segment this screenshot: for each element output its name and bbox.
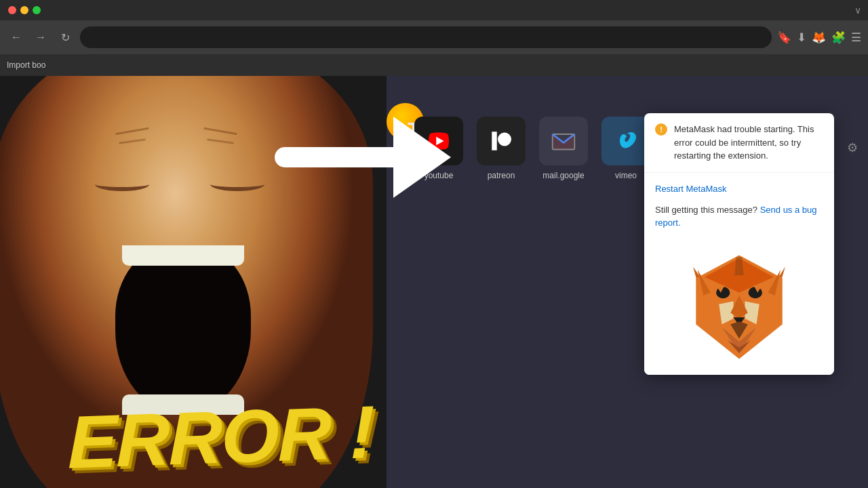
traffic-lights <box>8 6 41 14</box>
popup-message-text: MetaMask had trouble starting. This erro… <box>674 123 823 163</box>
content-area: F youtube <box>0 76 868 488</box>
window-control-icon: ∨ <box>854 5 861 16</box>
gmail-label: mail.google <box>542 171 584 180</box>
still-getting-text: Still getting this message? <box>655 205 757 215</box>
svg-rect-3 <box>492 131 497 150</box>
maximize-button[interactable] <box>33 6 41 14</box>
svg-rect-6 <box>609 124 643 158</box>
fox-svg <box>682 249 797 365</box>
download-icon[interactable]: ⬇ <box>797 30 806 45</box>
forward-button[interactable]: → <box>31 28 50 47</box>
import-bookmarks-text: Import boo <box>7 60 45 70</box>
settings-button[interactable]: ⚙ <box>847 140 858 155</box>
svg-rect-4 <box>547 124 580 158</box>
arrow-svg <box>271 96 475 218</box>
mouth <box>115 245 251 415</box>
browser-toolbar: ← → ↻ 🔖 ⬇ 🦊 🧩 ☰ <box>0 20 868 54</box>
close-button[interactable] <box>8 6 16 14</box>
gmail-icon <box>539 117 588 165</box>
menu-icon[interactable]: ☰ <box>851 30 861 45</box>
metamask-icon[interactable]: 🦊 <box>812 30 826 45</box>
restart-metamask-link[interactable]: Restart MetaMask <box>655 184 726 194</box>
popup-header: ! MetaMask had trouble starting. This er… <box>644 113 834 173</box>
bookmarks-bar: Import boo <box>0 54 868 76</box>
minimize-button[interactable] <box>20 6 28 14</box>
patreon-label: patreon <box>488 171 515 180</box>
warning-icon: ! <box>655 123 667 136</box>
back-button[interactable]: ← <box>7 28 26 47</box>
bookmark-icon[interactable]: 🔖 <box>777 30 791 45</box>
metamask-popup: ! MetaMask had trouble starting. This er… <box>644 113 834 375</box>
vimeo-label: vimeo <box>615 171 637 180</box>
shortcut-gmail[interactable]: mail.google <box>539 117 588 180</box>
eye-left <box>95 178 149 191</box>
vimeo-icon <box>601 117 650 165</box>
still-getting-message: Still getting this message? Send us a bu… <box>655 203 823 230</box>
refresh-button[interactable]: ↻ <box>56 28 75 47</box>
shortcut-vimeo[interactable]: vimeo <box>601 117 650 180</box>
popup-body: Restart MetaMask Still getting this mess… <box>644 173 834 239</box>
patreon-icon <box>477 117 526 165</box>
address-bar[interactable] <box>80 26 772 48</box>
extensions-icon[interactable]: 🧩 <box>831 30 846 45</box>
svg-point-2 <box>498 133 511 146</box>
metamask-fox-logo <box>644 239 834 375</box>
shortcut-patreon[interactable]: patreon <box>477 117 526 180</box>
eye-right <box>210 178 264 191</box>
arrow-container <box>271 96 475 218</box>
toolbar-actions: 🔖 ⬇ 🦊 🧩 ☰ <box>777 30 861 45</box>
browser-title-bar: ∨ <box>0 0 868 20</box>
